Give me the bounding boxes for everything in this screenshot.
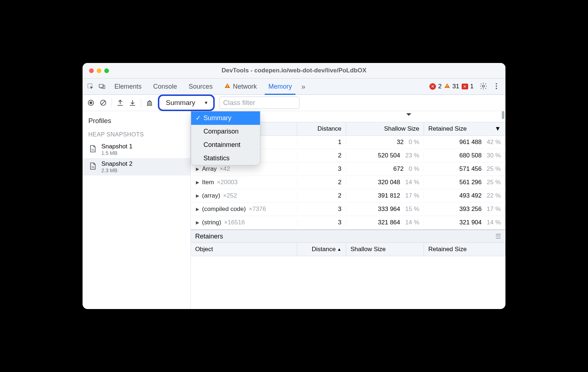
retained-pct: 25 % xyxy=(487,179,501,186)
devtools-window: DevTools - codepen.io/web-dot-dev/live/P… xyxy=(83,63,505,309)
shallow-pct: 0 % xyxy=(409,139,419,146)
gc-icon[interactable] xyxy=(146,99,154,107)
snapshot-size: 2.3 MB xyxy=(101,168,133,173)
kebab-icon[interactable] xyxy=(490,82,503,91)
inspect-icon[interactable] xyxy=(85,83,96,90)
tab-network[interactable]: Network xyxy=(218,79,262,94)
col-shallow[interactable]: Shallow Size xyxy=(346,122,424,135)
expand-icon[interactable]: ▶ xyxy=(196,166,199,172)
retainers-panel: Retainers ☰ Object Distance▲ Shallow Siz… xyxy=(191,229,505,282)
constructor-name: Item xyxy=(202,179,214,186)
retained-size: 393 256 xyxy=(459,206,482,213)
expand-icon[interactable]: ▶ xyxy=(196,220,199,225)
shallow-size: 391 812 xyxy=(378,192,400,199)
message-count: 1 xyxy=(470,83,474,90)
retained-pct: 17 % xyxy=(487,206,501,213)
shallow-size: 520 504 xyxy=(378,152,400,159)
constructor-name: (string) xyxy=(202,219,221,226)
retained-size: 561 296 xyxy=(459,179,482,186)
shallow-size: 32 xyxy=(397,139,404,146)
instance-count: ×7376 xyxy=(249,206,266,213)
col-shallow[interactable]: Shallow Size xyxy=(346,243,424,256)
table-row[interactable]: ▶(compiled code) ×73763333 96415 %393 25… xyxy=(191,203,505,216)
expand-icon[interactable]: ▶ xyxy=(196,180,199,185)
col-distance[interactable]: Distance xyxy=(297,122,346,135)
table-row[interactable]: ▶(array) ×2522391 81217 %493 49222 % xyxy=(191,189,505,203)
constructor-name: (array) xyxy=(202,192,220,199)
titlebar: DevTools - codepen.io/web-dot-dev/live/P… xyxy=(83,63,505,79)
upload-icon[interactable] xyxy=(116,99,124,107)
menu-icon[interactable]: ☰ xyxy=(495,232,501,240)
distance-cell: 2 xyxy=(297,192,346,199)
retained-pct: 22 % xyxy=(487,192,501,199)
snapshot-item[interactable]: % Snapshot 1 1.5 MB xyxy=(83,141,190,158)
class-filter-input[interactable] xyxy=(219,97,299,109)
download-icon[interactable] xyxy=(129,99,136,107)
table-row[interactable]: ▶Item ×200032320 04814 %561 29625 % xyxy=(191,176,505,189)
expand-icon[interactable]: ▶ xyxy=(196,207,199,212)
distance-cell: 2 xyxy=(297,152,346,159)
chevron-down-icon: ▼ xyxy=(204,100,208,105)
error-count: 2 xyxy=(438,83,441,90)
error-icon[interactable]: ✕ xyxy=(429,83,436,90)
retained-pct: 42 % xyxy=(487,139,501,146)
warning-count: 31 xyxy=(453,83,459,90)
tab-memory[interactable]: Memory xyxy=(262,79,298,94)
retainers-title-row: Retainers ☰ xyxy=(191,230,505,243)
divider xyxy=(141,98,141,107)
svg-rect-1 xyxy=(99,84,104,87)
more-tabs-icon[interactable]: » xyxy=(299,83,307,91)
clear-icon[interactable] xyxy=(99,99,107,107)
record-icon[interactable] xyxy=(87,99,95,107)
svg-rect-4 xyxy=(227,86,228,87)
col-object[interactable]: Object xyxy=(191,243,297,256)
body: Profiles HEAP SNAPSHOTS % Snapshot 1 1.5… xyxy=(83,111,505,309)
divider xyxy=(112,98,112,107)
perspective-dropdown: Summary Comparison Containment Statistic… xyxy=(191,111,260,165)
settings-icon[interactable] xyxy=(479,82,487,91)
warning-icon xyxy=(224,83,231,91)
table-row[interactable]: ▶(string) ×165163321 86414 %321 90414 % xyxy=(191,216,505,229)
maximize-icon[interactable] xyxy=(104,68,109,73)
distance-cell: 3 xyxy=(297,165,346,173)
svg-point-8 xyxy=(496,83,497,84)
sort-desc-icon: ▼ xyxy=(495,125,501,132)
col-distance[interactable]: Distance▲ xyxy=(297,243,346,256)
minimize-icon[interactable] xyxy=(97,68,101,73)
svg-text:%: % xyxy=(92,148,94,152)
tab-elements[interactable]: Elements xyxy=(109,79,147,94)
retained-size: 493 492 xyxy=(459,192,482,199)
profiles-sidebar: Profiles HEAP SNAPSHOTS % Snapshot 1 1.5… xyxy=(83,111,191,309)
constructor-name: (compiled code) xyxy=(202,206,246,213)
tab-console[interactable]: Console xyxy=(147,79,183,94)
dropdown-item-comparison[interactable]: Comparison xyxy=(191,125,260,138)
expand-icon[interactable]: ▶ xyxy=(196,193,199,198)
svg-rect-3 xyxy=(227,85,228,86)
panel-tabs: Elements Console Sources Network Memory xyxy=(109,79,298,94)
tab-sources[interactable]: Sources xyxy=(183,79,218,94)
dropdown-item-containment[interactable]: Containment xyxy=(191,138,260,152)
dropdown-item-statistics[interactable]: Statistics xyxy=(191,152,260,165)
perspective-select[interactable]: Summary ▼ xyxy=(158,94,215,111)
close-icon[interactable] xyxy=(89,68,94,73)
message-icon[interactable]: ✕ xyxy=(462,84,468,89)
retained-size: 680 508 xyxy=(459,152,482,159)
distance-cell: 2 xyxy=(297,179,346,186)
shallow-pct: 14 % xyxy=(405,179,419,186)
svg-rect-6 xyxy=(447,86,448,87)
instance-count: ×20003 xyxy=(217,179,238,186)
constructor-name: Array xyxy=(202,165,217,173)
retainers-header: Object Distance▲ Shallow Size Retained S… xyxy=(191,243,505,256)
instance-count: ×42 xyxy=(220,165,230,173)
col-retained[interactable]: Retained Size xyxy=(424,243,505,256)
col-retained[interactable]: Retained Size ▼ xyxy=(424,122,505,135)
device-toggle-icon[interactable] xyxy=(97,83,107,90)
main-panel: Summary Comparison Containment Statistic… xyxy=(191,111,505,309)
dropdown-item-summary[interactable]: Summary xyxy=(191,111,260,125)
svg-point-7 xyxy=(482,85,484,87)
snapshot-item[interactable]: % Snapshot 2 2.3 MB xyxy=(83,158,190,176)
sidebar-group: HEAP SNAPSHOTS xyxy=(83,130,190,141)
memory-toolbar: Summary ▼ xyxy=(83,95,505,111)
warning-icon[interactable] xyxy=(444,83,450,91)
svg-rect-5 xyxy=(447,85,448,86)
